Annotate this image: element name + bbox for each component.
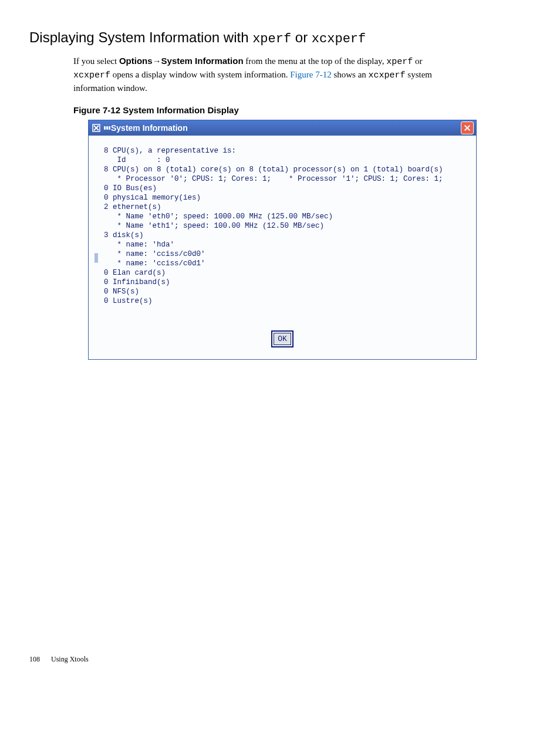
- scroll-handle-icon[interactable]: [95, 254, 98, 263]
- app-icon: [92, 124, 100, 132]
- para-tool2: xcxperf: [73, 70, 110, 80]
- scrollbar[interactable]: [91, 195, 102, 263]
- decoration-icon: [106, 126, 108, 130]
- button-bar: OK: [89, 322, 476, 359]
- para-part3: or: [413, 56, 422, 66]
- system-info-dialog: System Information 8 CPU(s), a represent…: [88, 120, 477, 360]
- page-number: 108: [29, 655, 40, 664]
- decoration-icon: [104, 126, 106, 130]
- close-button[interactable]: [461, 121, 474, 134]
- para-tool1: xperf: [386, 57, 413, 67]
- heading-prefix: Displaying System Information with: [29, 29, 252, 45]
- ok-button[interactable]: OK: [274, 333, 291, 345]
- menu-arrow: →: [153, 56, 161, 66]
- dialog-content: 8 CPU(s), a representative is: Id : 0 8 …: [89, 136, 476, 322]
- figure-caption: Figure 7-12 System Information Display: [73, 105, 472, 115]
- title-bar[interactable]: System Information: [89, 120, 476, 136]
- heading-tool2: xcxperf: [312, 32, 366, 46]
- para-part2: from the menu at the top of the display,: [244, 56, 387, 66]
- menu-sysinfo: System Information: [161, 56, 244, 66]
- heading-tool1: xperf: [252, 32, 291, 46]
- figure-link[interactable]: Figure 7-12: [290, 70, 331, 79]
- heading-or: or: [291, 29, 312, 45]
- system-info-text: 8 CPU(s), a representative is: Id : 0 8 …: [102, 143, 474, 315]
- intro-paragraph: If you select Options→System Information…: [73, 55, 454, 94]
- para-part4: opens a display window with system infor…: [110, 70, 290, 79]
- decoration-icon: [109, 126, 110, 130]
- ok-button-frame: OK: [271, 330, 294, 347]
- chapter-title: Using Xtools: [51, 655, 89, 664]
- menu-options: Options: [119, 56, 153, 66]
- section-heading: Displaying System Information with xperf…: [29, 29, 472, 46]
- para-part1: If you select: [73, 56, 119, 66]
- page-footer: 108 Using Xtools: [29, 655, 89, 664]
- dialog-title: System Information: [111, 123, 461, 133]
- para-part5: shows an: [332, 70, 369, 79]
- para-tool3: xcxperf: [369, 70, 406, 80]
